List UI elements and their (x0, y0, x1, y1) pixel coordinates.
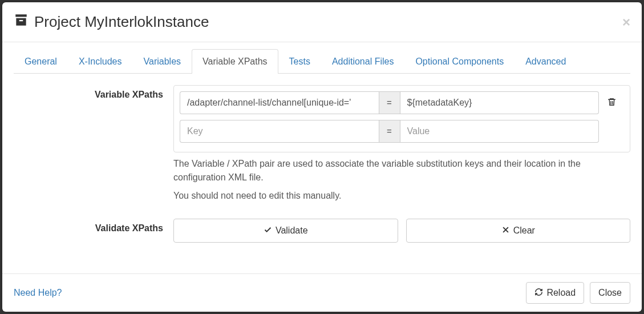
tab-variable-xpaths[interactable]: Variable XPaths (192, 49, 278, 74)
reload-button-label: Reload (546, 288, 576, 298)
validate-button[interactable]: Validate (173, 219, 398, 243)
delete-xpath-button[interactable] (599, 97, 624, 109)
modal-title: Project MyInterlokInstance (14, 13, 209, 31)
clear-button-label: Clear (513, 226, 535, 236)
close-button-label: Close (598, 288, 622, 298)
check-icon (264, 226, 272, 236)
validate-button-row: Validate Clear (173, 219, 630, 243)
clear-button[interactable]: Clear (406, 219, 631, 243)
close-icon[interactable]: × (622, 15, 630, 29)
validate-xpaths-label: Validate XPaths (14, 219, 173, 243)
modal-header: Project MyInterlokInstance × (2, 2, 642, 42)
xpath-entry: = (180, 91, 624, 114)
validate-button-label: Validate (276, 226, 308, 236)
tab-tests[interactable]: Tests (278, 49, 321, 74)
variable-xpaths-content: = = The Variable (173, 85, 630, 203)
footer-buttons: Reload Close (526, 282, 630, 304)
modal-footer: Need Help? Reload Close (2, 273, 642, 312)
equals-separator: = (379, 91, 400, 114)
tab-additional-files[interactable]: Additional Files (321, 49, 405, 74)
tab-optional-components[interactable]: Optional Components (404, 49, 515, 74)
form-area: Variable XPaths = = (14, 74, 630, 243)
xpath-help-text-2: You should not need to edit this manuall… (173, 189, 630, 203)
reload-button[interactable]: Reload (526, 282, 584, 304)
tab-advanced[interactable]: Advanced (515, 49, 577, 74)
modal-body: General X-Includes Variables Variable XP… (2, 42, 642, 273)
validate-xpaths-content: Validate Clear (173, 219, 630, 243)
variable-xpaths-row: Variable XPaths = = (14, 85, 630, 203)
xpath-key-input-empty[interactable] (180, 120, 379, 143)
xpath-list: = = (173, 85, 630, 152)
archive-icon (14, 13, 29, 31)
xpath-entry-empty: = (180, 120, 624, 143)
tab-variables[interactable]: Variables (133, 49, 192, 74)
modal-title-text: Project MyInterlokInstance (34, 13, 209, 31)
tab-bar: General X-Includes Variables Variable XP… (14, 49, 630, 74)
project-settings-modal: Project MyInterlokInstance × General X-I… (2, 2, 642, 312)
equals-separator: = (379, 120, 400, 143)
x-icon (501, 226, 510, 236)
xpath-help-text-1: The Variable / XPath pair are used to as… (173, 157, 630, 184)
tab-general[interactable]: General (14, 49, 68, 74)
tab-x-includes[interactable]: X-Includes (68, 49, 133, 74)
close-button[interactable]: Close (590, 282, 630, 304)
xpath-value-input[interactable] (400, 91, 600, 114)
xpath-key-input[interactable] (180, 91, 379, 114)
need-help-link[interactable]: Need Help? (14, 288, 62, 298)
reload-icon (534, 288, 543, 299)
variable-xpaths-label: Variable XPaths (14, 85, 173, 203)
validate-xpaths-row: Validate XPaths Validate (14, 219, 630, 243)
xpath-value-input-empty[interactable] (400, 120, 600, 143)
